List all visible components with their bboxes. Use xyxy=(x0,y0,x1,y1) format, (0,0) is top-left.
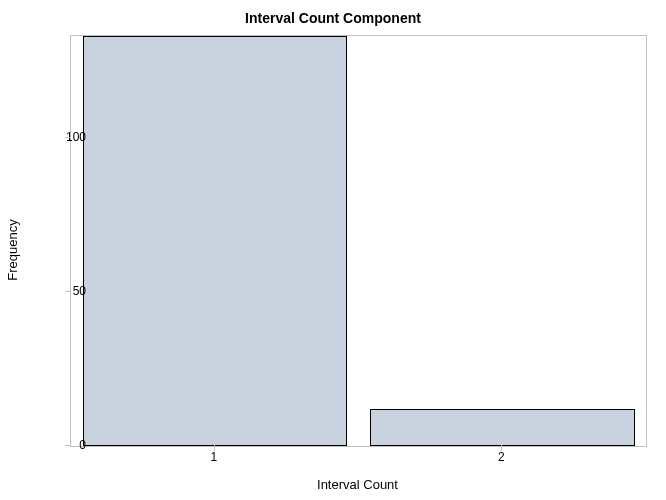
plot-area xyxy=(70,35,647,447)
y-axis-label: Frequency xyxy=(5,219,20,280)
y-tick-mark xyxy=(65,291,71,292)
x-axis-label: Interval Count xyxy=(70,477,645,492)
x-tick-mark xyxy=(214,445,215,451)
x-tick-label: 1 xyxy=(210,450,217,464)
y-tick-mark xyxy=(65,445,71,446)
bar xyxy=(83,36,348,446)
chart-title: Interval Count Component xyxy=(0,10,666,26)
x-tick-label: 2 xyxy=(498,450,505,464)
x-tick-mark xyxy=(501,445,502,451)
chart-container: Interval Count Component Frequency 05010… xyxy=(0,0,666,500)
bar xyxy=(370,409,635,446)
y-tick-mark xyxy=(65,137,71,138)
